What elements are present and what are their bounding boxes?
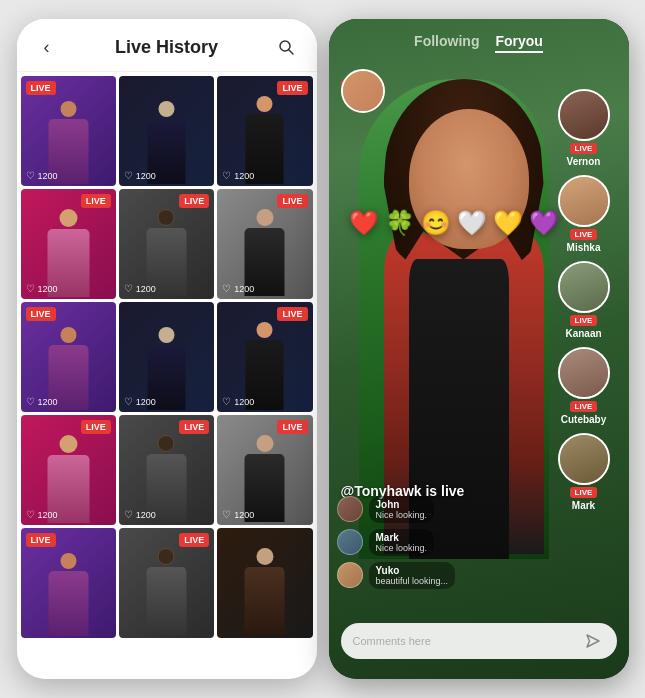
side-users-panel: Live Vernon Live Mishka Live Kanaan [539,19,629,579]
video-cell[interactable]: Live ♡1200 [119,415,214,525]
reaction-smile: 😊 [421,209,451,237]
like-count: ♡1200 [222,509,254,520]
commenter-name: Yuko [376,565,449,576]
page-title: Live History [115,37,218,58]
comment-item: John Nice looking. [337,496,529,523]
side-user-item[interactable]: Live Mark [558,433,610,511]
like-count: ♡1200 [26,283,58,294]
video-grid: Live ♡1200 val oftivity ♡1200 [21,76,313,638]
video-cell[interactable]: Live ♡1200 [217,76,312,186]
tab-bar: Following Foryou [341,33,617,53]
video-cell[interactable]: Live [21,528,116,638]
like-count: ♡1200 [124,170,156,181]
live-badge: Live [570,229,598,240]
live-badge: Live [26,81,56,95]
reactions-area: ❤️ 🍀 😊 🤍 💛 💜 [349,209,559,237]
live-badge: Live [570,143,598,154]
back-button[interactable]: ‹ [33,33,61,61]
video-cell[interactable]: Live ♡1200 [119,189,214,299]
side-user-item[interactable]: Live Kanaan [558,261,610,339]
like-count: ♡1200 [222,283,254,294]
comment-placeholder: Comments here [353,635,581,647]
reaction-heart: ❤️ [349,209,379,237]
send-button[interactable] [581,629,605,653]
live-badge: Live [570,315,598,326]
live-badge: Live [277,420,307,434]
like-count: ♡1200 [26,396,58,407]
like-count: ♡1200 [124,396,156,407]
comment-bubble: Yuko beautiful looking... [369,562,456,589]
video-cell[interactable]: Live ♡1200 [217,189,312,299]
live-badge: Live [26,307,56,321]
commenter-name: Mark [376,532,428,543]
live-badge: Live [570,401,598,412]
side-user-item[interactable]: Live Cutebaby [558,347,610,425]
like-count: ♡1200 [124,509,156,520]
comments-section: John Nice looking. Mark Nice looking. Yu… [337,496,529,589]
like-count: ♡1200 [222,170,254,181]
video-cell[interactable]: Live ♡1200 [21,189,116,299]
video-cell[interactable] [217,528,312,638]
reaction-clover: 🍀 [385,209,415,237]
video-cell[interactable]: val oftivity ♡1200 [119,302,214,412]
like-count: ♡1200 [26,509,58,520]
video-cell[interactable]: Live ♡1200 [21,76,116,186]
live-badge: Live [81,194,111,208]
user-avatar [558,261,610,313]
user-avatar [558,175,610,227]
search-button[interactable] [272,33,300,61]
comment-text: Nice looking. [376,543,428,553]
video-cell[interactable]: Live ♡1200 [217,415,312,525]
comment-avatar [337,562,363,588]
user-avatar [558,347,610,399]
side-user-item[interactable]: Live Mishka [558,175,610,253]
comment-text: beautiful looking... [376,576,449,586]
commenter-name: John [376,499,428,510]
live-badge: Live [277,194,307,208]
live-badge: Live [570,487,598,498]
comment-bubble: Mark Nice looking. [369,529,435,556]
comment-input-bar[interactable]: Comments here [341,623,617,659]
left-phone-header: ‹ Live History [17,19,317,72]
side-username: Vernon [567,156,601,167]
left-phone: ‹ Live History Live ♡1200 [17,19,317,679]
like-count: ♡1200 [26,170,58,181]
user-avatar [558,433,610,485]
video-cell[interactable]: Live ♡1200 [217,302,312,412]
reaction-white-heart: 🤍 [457,209,487,237]
live-badge: Live [277,307,307,321]
right-phone: Following Foryou Live ❤️ 🍀 😊 🤍 💛 💜 [329,19,629,679]
comment-bubble: John Nice looking. [369,496,435,523]
live-badge: Live [277,81,307,95]
like-count: ♡1200 [222,396,254,407]
svg-line-1 [289,50,293,54]
comment-text: Nice looking. [376,510,428,520]
live-top-bar: Following Foryou [329,19,629,61]
side-user-item[interactable]: Live Vernon [558,89,610,167]
like-count: ♡1200 [124,283,156,294]
video-grid-scroll[interactable]: Live ♡1200 val oftivity ♡1200 [17,72,317,679]
tab-foryou[interactable]: Foryou [495,33,542,53]
reaction-purple-heart: 💜 [529,209,559,237]
video-cell[interactable]: Live [119,528,214,638]
comment-item: Mark Nice looking. [337,529,529,556]
live-badge: Live [81,420,111,434]
user-avatar [558,89,610,141]
video-cell[interactable]: Live ♡1200 [21,415,116,525]
reaction-gold-heart: 💛 [493,209,523,237]
side-username: Mark [572,500,595,511]
live-badge: Live [179,533,209,547]
side-username: Cutebaby [561,414,607,425]
small-live-avatar[interactable] [341,69,385,113]
video-cell[interactable]: val oftivity ♡1200 [119,76,214,186]
tab-following[interactable]: Following [414,33,479,53]
live-badge: Live [179,420,209,434]
video-cell[interactable]: Live ♡1200 [21,302,116,412]
send-icon [585,633,601,649]
comment-item: Yuko beautiful looking... [337,562,529,589]
live-badge: Live [26,533,56,547]
comment-avatar [337,529,363,555]
live-badge: Live [179,194,209,208]
side-username: Kanaan [565,328,601,339]
side-username: Mishka [567,242,601,253]
